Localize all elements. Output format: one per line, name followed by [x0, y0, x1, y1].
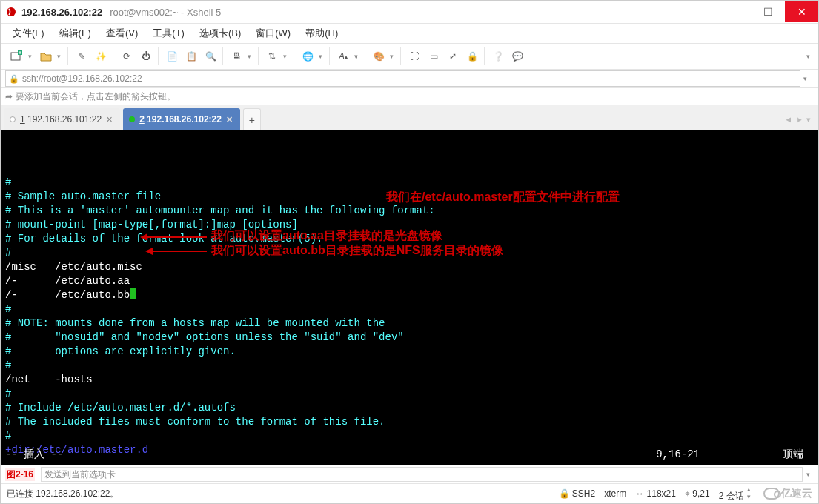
resize-icon: ↔	[635, 488, 644, 499]
paste-icon[interactable]: 📋	[182, 47, 200, 65]
tab-add-button[interactable]: +	[243, 108, 261, 130]
tab-session-2[interactable]: 2 192.168.26.102:22 ✕	[123, 108, 240, 130]
globe-icon[interactable]: 🌐	[299, 47, 316, 65]
window-title: 192.168.26.102:22	[21, 7, 102, 18]
menu-file[interactable]: 文件(F)	[7, 25, 50, 42]
dropdown-icon[interactable]: ▾	[389, 53, 397, 60]
chat-icon[interactable]: 💬	[508, 47, 526, 65]
dropdown-icon[interactable]: ▾	[247, 53, 255, 60]
compose-target-icon[interactable]: ▾	[806, 471, 814, 478]
wand-icon[interactable]: ✨	[92, 47, 110, 65]
reconnect-icon[interactable]: ⟳	[118, 47, 136, 65]
figure-label: 图2-16	[5, 468, 35, 481]
vim-position: 9,16-21	[656, 448, 700, 462]
minimize-button[interactable]: —	[718, 1, 752, 22]
tab-scroll: ◄ ► ▾	[784, 108, 815, 130]
brand-logo: 亿速云	[763, 487, 812, 500]
printer-icon[interactable]: 🖶	[228, 47, 245, 65]
lock-icon[interactable]: 🔒	[463, 47, 481, 65]
menu-tools[interactable]: 工具(T)	[147, 25, 190, 42]
tab-session-1[interactable]: 1 192.168.26.101:22 ✕	[4, 108, 120, 130]
window-controls: — ☐ ✕	[718, 1, 818, 22]
dropdown-icon[interactable]: ▾	[56, 53, 64, 60]
terminal-line: #	[5, 302, 814, 316]
arrow-icon	[153, 251, 207, 252]
chevron-icon[interactable]: ▴ ▾	[746, 485, 755, 500]
transfer-icon[interactable]: ⇅	[263, 47, 281, 65]
hint-text: 要添加当前会话，点击左侧的箭头按钮。	[16, 90, 176, 103]
arrow-icon	[147, 236, 207, 238]
vim-scroll: 顶端	[783, 448, 803, 462]
help-icon[interactable]: ❔	[489, 47, 507, 65]
font-icon[interactable]: A▴	[334, 47, 352, 65]
palette-icon[interactable]: 🎨	[370, 47, 388, 65]
dropdown-icon[interactable]: ▾	[27, 53, 36, 60]
tool-bar: ▾ ▾ ✎ ✨ ⟳ ⏻ 📄 📋 🔍 🖶▾ ⇅▾ 🌐▾ A▴▾	[1, 43, 818, 69]
tab-list-icon[interactable]: ▾	[806, 115, 811, 125]
tab-close-icon[interactable]: ✕	[226, 115, 233, 125]
lock-small-icon: 🔒	[9, 74, 19, 84]
app-icon	[5, 6, 17, 18]
address-input[interactable]: 🔒 ssh://root@192.168.26.102:22	[5, 70, 800, 87]
menu-tabs[interactable]: 选项卡(B)	[193, 25, 247, 42]
hint-bar: ➦ 要添加当前会话，点击左侧的箭头按钮。	[1, 87, 818, 105]
status-bar: 已连接 192.168.26.102:22。 🔒 SSH2 xterm ↔ 11…	[1, 483, 818, 503]
aspect-icon[interactable]: ▭	[425, 47, 442, 65]
status-size: ↔ 118x21	[635, 488, 676, 499]
terminal-line: # The included files must conform to the…	[5, 415, 814, 429]
copy-icon[interactable]: 📄	[163, 47, 181, 65]
annotation-bb: 我们可以设置auto.bb目录挂载的是NFS服务目录的镜像	[211, 243, 503, 257]
vim-mode: -- 插入 --	[5, 448, 63, 462]
terminal-line: #	[5, 387, 814, 401]
terminal-line: /- /etc/auto.aa	[5, 274, 814, 288]
status-dot-icon	[129, 116, 135, 122]
expand-icon[interactable]: ⤢	[444, 47, 462, 65]
disconnect-icon[interactable]: ⏻	[137, 47, 155, 65]
maximize-button[interactable]: ☐	[752, 1, 785, 22]
terminal-line: #	[5, 176, 814, 190]
status-pos: ⌖ 9,21	[685, 488, 710, 499]
tab-scroll-right-icon[interactable]: ►	[795, 115, 803, 124]
terminal-line: # This is a 'master' automounter map and…	[5, 204, 814, 218]
tab-close-icon[interactable]: ✕	[106, 115, 113, 125]
terminal-line: # "nosuid" and "nodev" options unless th…	[5, 331, 814, 345]
session-tabs: 1 192.168.26.101:22 ✕ 2 192.168.26.102:2…	[1, 105, 818, 130]
terminal-line: /net -hosts	[5, 373, 814, 387]
close-button[interactable]: ✕	[785, 1, 818, 22]
cursor-icon	[130, 288, 136, 299]
annotation-top: 我们在/etc/auto.master配置文件中进行配置	[386, 190, 620, 204]
fullscreen-icon[interactable]: ⛶	[405, 47, 423, 65]
terminal-line: /misc /etc/auto.misc	[5, 260, 814, 274]
tab-scroll-left-icon[interactable]: ◄	[784, 115, 792, 124]
terminal-line: #	[5, 429, 814, 443]
status-connection: 已连接 192.168.26.102:22。	[7, 488, 119, 500]
dropdown-icon[interactable]: ▾	[318, 53, 326, 60]
menu-bar: 文件(F) 编辑(E) 查看(V) 工具(T) 选项卡(B) 窗口(W) 帮助(…	[1, 23, 818, 43]
edit-icon[interactable]: ✎	[73, 47, 90, 65]
status-dot-icon	[10, 116, 16, 122]
arrow-icon[interactable]: ➦	[5, 91, 13, 102]
title-bar: 192.168.26.102:22 root@vms002:~ - Xshell…	[1, 1, 818, 23]
compose-bar: 图2-16 发送到当前选项卡 ▾	[1, 465, 818, 483]
new-tab-icon[interactable]	[8, 47, 26, 65]
menu-help[interactable]: 帮助(H)	[299, 25, 344, 42]
dropdown-icon[interactable]: ▾	[354, 53, 362, 60]
brand-text: 亿速云	[781, 487, 812, 500]
menu-view[interactable]: 查看(V)	[100, 25, 144, 42]
terminal-line: #	[5, 359, 814, 373]
dropdown-icon[interactable]: ▾	[282, 53, 291, 60]
terminal-view[interactable]: ## Sample auto.master file# This is a 'm…	[1, 130, 818, 465]
menu-edit[interactable]: 编辑(E)	[53, 25, 97, 42]
terminal-line: # options are explicitly given.	[5, 345, 814, 359]
find-icon[interactable]: 🔍	[202, 47, 219, 65]
toolbar-overflow-icon[interactable]: ▾	[806, 53, 814, 60]
open-icon[interactable]	[37, 47, 55, 65]
compose-placeholder: 发送到当前选项卡	[44, 468, 116, 481]
cursor-pos-icon: ⌖	[685, 488, 690, 499]
compose-input[interactable]: 发送到当前选项卡	[41, 467, 803, 482]
terminal-line: # Include /etc/auto.master.d/*.autofs	[5, 401, 814, 415]
menu-window[interactable]: 窗口(W)	[250, 25, 296, 42]
svg-point-0	[7, 7, 16, 16]
address-dropdown-icon[interactable]: ▾	[800, 75, 814, 82]
brand-icon	[763, 488, 780, 500]
